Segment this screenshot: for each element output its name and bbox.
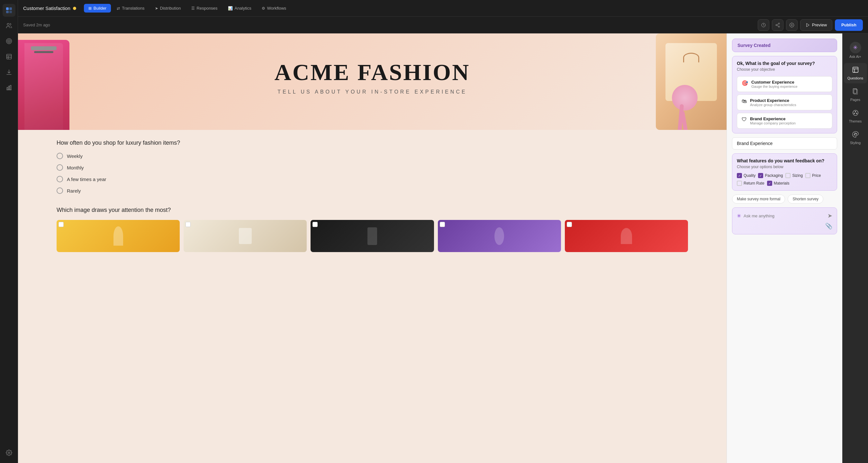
option-rarely[interactable]: Rarely (57, 187, 688, 194)
distribution-icon: ➤ (155, 6, 158, 10)
image-choices (57, 220, 688, 252)
cb-price-box[interactable] (805, 173, 810, 178)
cb-return-box[interactable] (737, 181, 742, 186)
tab-translations[interactable]: ⇄ Translations (112, 4, 149, 12)
action-questions[interactable]: Questions (844, 63, 867, 83)
right-ai-panel: Survey Created Ok, What is the goal of y… (726, 33, 842, 463)
radio-monthly[interactable] (57, 164, 63, 171)
survey-created-badge: Survey Created (732, 38, 837, 52)
pages-label: Pages (850, 98, 860, 102)
brand-experience-input[interactable]: Brand Experience (732, 137, 837, 150)
svg-rect-14 (8, 86, 9, 90)
canvas-header: ACME FASHION TELL US ABOUT YOUR IN-STORE… (18, 33, 726, 130)
image-option-purple[interactable] (438, 220, 561, 252)
option-weekly[interactable]: Weekly (57, 153, 688, 159)
image-option-yellow[interactable] (57, 220, 180, 252)
translations-icon: ⇄ (117, 6, 120, 10)
img-checkbox-dark[interactable] (312, 222, 318, 227)
ai-star-icon: ✳ (737, 213, 741, 219)
brand-exp-name: Brand Experience (750, 116, 796, 121)
analytics-icon: 📊 (228, 6, 233, 10)
canvas-body: How often do you shop for luxury fashion… (18, 130, 726, 275)
image-option-cream[interactable] (184, 220, 307, 252)
checkbox-return-rate[interactable]: Return Rate (737, 181, 765, 186)
tab-responses[interactable]: ☰ Responses (187, 4, 222, 12)
main-area: Customer Satisfaction ⊞ Builder ⇄ Transl… (18, 0, 868, 463)
img-checkbox-purple[interactable] (440, 222, 445, 227)
svg-point-34 (854, 134, 855, 135)
objective-brand[interactable]: 🛡 Brand Experience Manage company percep… (737, 113, 832, 129)
radio-few-times[interactable] (57, 176, 63, 182)
ask-ai-sidebar-label: Ask Ai+ (849, 55, 861, 59)
share-button[interactable] (772, 19, 783, 31)
ai-panel-content: Survey Created Ok, What is the goal of y… (727, 33, 842, 463)
ask-ai-sidebar-button[interactable]: ✳ Ask Ai+ (844, 38, 867, 62)
cb-materials-box[interactable]: ✓ (767, 181, 772, 186)
content-row: ACME FASHION TELL US ABOUT YOUR IN-STORE… (18, 33, 868, 463)
action-pages[interactable]: Pages (844, 85, 867, 105)
suggestion-pills: Make survey more formal Shorten survey (732, 194, 837, 204)
publish-button[interactable]: Publish (835, 19, 863, 31)
action-themes[interactable]: Themes (844, 106, 867, 126)
svg-point-31 (855, 111, 856, 112)
ask-ai-field[interactable] (744, 214, 825, 218)
sidebar-icon-download[interactable] (3, 66, 16, 79)
top-nav: Customer Satisfaction ⊞ Builder ⇄ Transl… (18, 0, 868, 17)
img-checkbox-red[interactable] (567, 222, 572, 227)
tab-distribution[interactable]: ➤ Distribution (151, 4, 186, 12)
sidebar-icon-chart[interactable] (3, 81, 16, 94)
svg-rect-15 (10, 85, 11, 90)
attachment-icon[interactable]: 📎 (825, 222, 832, 229)
img-checkbox-cream[interactable] (186, 222, 191, 227)
sidebar-icon-list[interactable] (3, 50, 16, 63)
checkbox-packaging[interactable]: ✓ Packaging (758, 173, 783, 178)
survey-title: Customer Satisfaction (23, 5, 70, 11)
ask-ai-star-icon: ✳ (850, 42, 861, 53)
checkbox-sizing[interactable]: Sizing (785, 173, 803, 178)
objective-customer[interactable]: 🎯 Customer Experience Gauge the buying e… (737, 76, 832, 92)
option-few-times[interactable]: A few times a year (57, 176, 688, 182)
svg-rect-1 (9, 7, 12, 10)
action-styling[interactable]: Styling (844, 128, 867, 148)
goal-card-title: Ok, What is the goal of your survey? (737, 61, 832, 66)
cb-sizing-box[interactable] (785, 173, 790, 178)
sidebar-icon-logo[interactable] (3, 4, 16, 17)
questions-icon (852, 66, 859, 75)
img-checkbox-yellow[interactable] (59, 222, 64, 227)
sidebar-icon-settings[interactable] (3, 446, 16, 459)
question-2-section: Which image draws your attention the mos… (57, 207, 688, 252)
radio-rarely[interactable] (57, 187, 63, 194)
cb-quality-box[interactable]: ✓ (737, 173, 742, 178)
sidebar-icon-target[interactable] (3, 35, 16, 48)
ask-ai-input-area: ✳ ➤ 📎 (732, 207, 837, 235)
toolbar-actions: Preview Publish (758, 19, 863, 31)
option-monthly[interactable]: Monthly (57, 164, 688, 171)
checkbox-materials[interactable]: ✓ Materials (767, 181, 789, 186)
send-button[interactable]: ➤ (828, 212, 832, 219)
survey-canvas: ACME FASHION TELL US ABOUT YOUR IN-STORE… (18, 33, 726, 463)
objective-product[interactable]: 🛍 Product Experience Analyze group chara… (737, 95, 832, 110)
preview-button[interactable]: Preview (800, 19, 832, 31)
image-option-dark[interactable] (311, 220, 434, 252)
styling-label: Styling (850, 141, 861, 145)
features-title: What features do you want feedback on? (737, 158, 832, 163)
sidebar-icon-users[interactable] (3, 19, 16, 32)
product-exp-icon: 🛍 (742, 98, 747, 104)
tab-builder[interactable]: ⊞ Builder (84, 4, 111, 12)
themes-label: Themes (849, 119, 862, 123)
checkbox-quality[interactable]: ✓ Quality (737, 173, 755, 178)
tab-workflows[interactable]: ⚙ Workflows (257, 4, 291, 12)
pill-formal[interactable]: Make survey more formal (732, 194, 785, 204)
question-2-text: Which image draws your attention the mos… (57, 207, 688, 214)
cb-packaging-box[interactable]: ✓ (758, 173, 763, 178)
pill-shorten[interactable]: Shorten survey (787, 194, 823, 204)
checkbox-price[interactable]: Price (805, 173, 821, 178)
svg-point-19 (776, 25, 777, 26)
saved-status: Saved 2m ago (23, 23, 758, 27)
tab-analytics[interactable]: 📊 Analytics (223, 4, 256, 12)
history-button[interactable] (758, 19, 769, 31)
radio-weekly[interactable] (57, 153, 63, 159)
image-option-red[interactable] (565, 220, 688, 252)
settings-button[interactable] (786, 19, 798, 31)
svg-point-23 (791, 25, 793, 26)
